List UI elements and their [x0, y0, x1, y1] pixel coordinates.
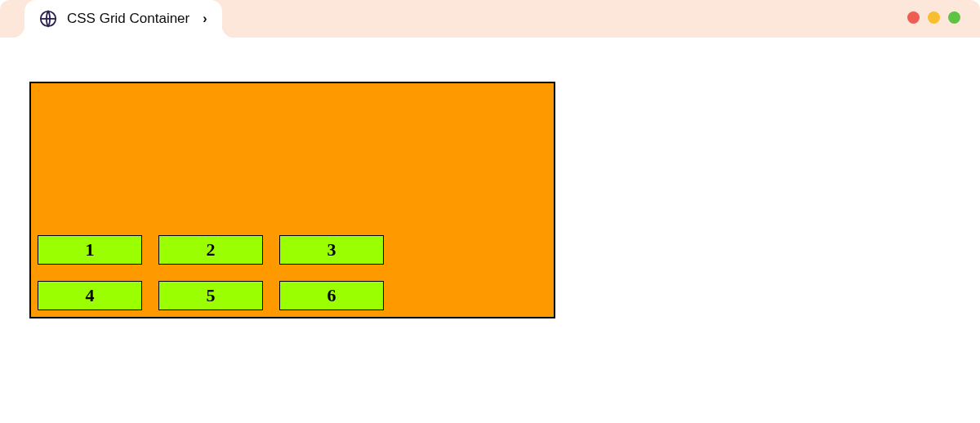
grid-container: 1 2 3 4 5 6 [29, 82, 555, 318]
window-controls [907, 11, 960, 24]
chevron-right-icon: › [203, 11, 207, 26]
grid-item: 3 [279, 235, 384, 265]
content-area: 1 2 3 4 5 6 [0, 38, 980, 318]
tab-title: CSS Grid Container [67, 11, 189, 27]
grid-item: 6 [279, 281, 384, 310]
browser-tab[interactable]: CSS Grid Container › [24, 0, 222, 38]
minimize-window-button[interactable] [928, 11, 940, 24]
grid-item: 5 [158, 281, 263, 310]
grid-item: 4 [38, 281, 142, 310]
close-window-button[interactable] [907, 11, 920, 24]
globe-icon [39, 10, 57, 28]
grid-item: 1 [38, 235, 142, 265]
maximize-window-button[interactable] [948, 11, 960, 24]
grid-item: 2 [158, 235, 263, 265]
tab-bar: CSS Grid Container › [0, 0, 980, 38]
